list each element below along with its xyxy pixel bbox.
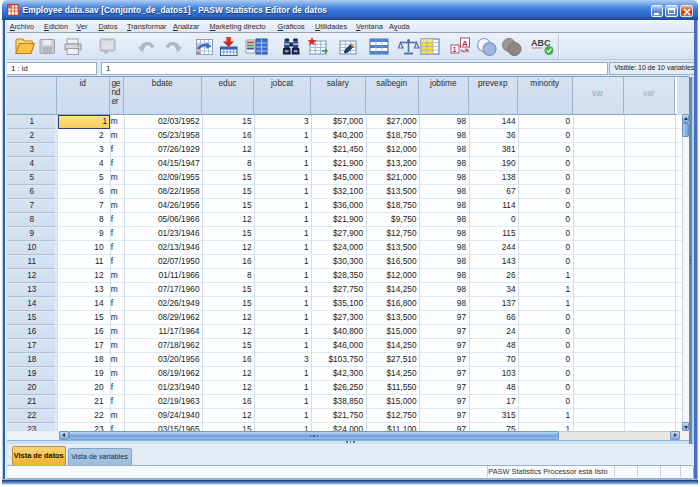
svg-text:1: 1: [452, 46, 456, 53]
svg-text:A: A: [462, 39, 468, 48]
